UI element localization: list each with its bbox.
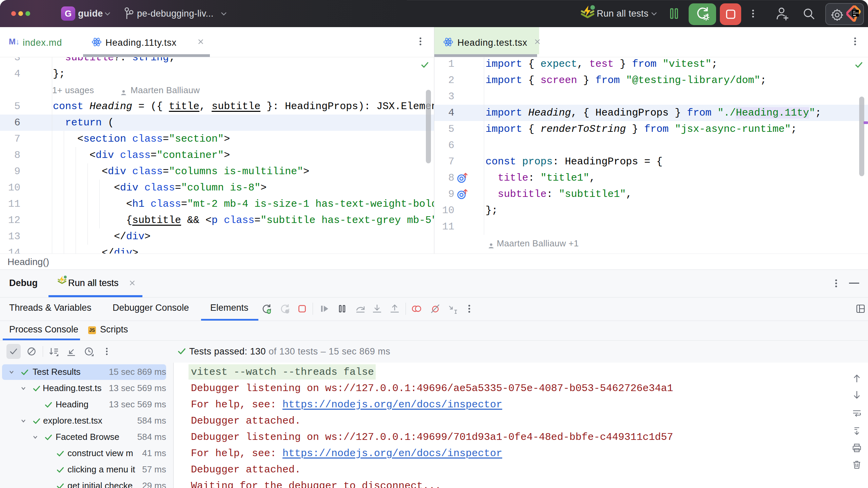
svg-text:BRAINS: BRAINS: [853, 12, 859, 14]
